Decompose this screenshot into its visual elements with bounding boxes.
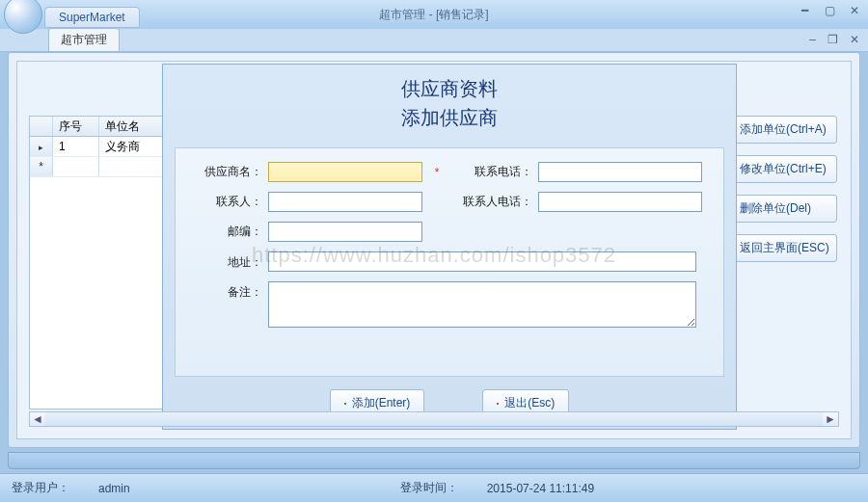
dialog-add-label: 添加(Enter) — [352, 395, 411, 411]
address-input[interactable] — [268, 251, 696, 272]
phone-input[interactable] — [538, 162, 702, 182]
grid-header-serial[interactable]: 序号 — [53, 117, 99, 136]
zip-input[interactable] — [268, 222, 422, 242]
status-time-value: 2015-07-24 11:11:49 — [487, 482, 594, 495]
back-main-label: 返回主界面(ESC) — [740, 240, 829, 256]
title-bar: SuperMarket 超市管理 - [销售记录] ━ ▢ ✕ — [0, 0, 868, 29]
cell-serial: 1 — [53, 137, 99, 156]
ribbon-bottom-bar — [8, 452, 860, 469]
mdi-minimize-icon[interactable]: – — [806, 33, 819, 46]
label-address: 地址： — [185, 251, 268, 271]
supplier-name-input[interactable] — [268, 162, 422, 182]
new-row-indicator-icon — [30, 157, 53, 176]
exit-icon — [497, 403, 499, 405]
grid-header-corner — [30, 117, 53, 136]
table-row-new[interactable] — [30, 157, 163, 177]
status-user-label: 登录用户： — [12, 480, 69, 496]
window-title: 超市管理 - [销售记录] — [379, 7, 488, 23]
mdi-restore-icon[interactable]: ❐ — [825, 33, 841, 46]
label-remark: 备注： — [185, 281, 268, 301]
inner-panel: 序号 单位名 1 义务商 添加单位(Ctrl+A) 修改单位(Ctrl+E) — [16, 61, 852, 439]
grid-header-row: 序号 单位名 — [30, 117, 163, 137]
label-contact: 联系人： — [185, 194, 268, 210]
horizontal-scrollbar[interactable]: ◄ ► — [29, 411, 839, 427]
status-user-value: admin — [98, 482, 130, 495]
grid-header-unit[interactable]: 单位名 — [99, 117, 163, 136]
add-unit-label: 添加单位(Ctrl+A) — [740, 121, 827, 138]
tab-supermarket-mgmt[interactable]: 超市管理 — [48, 28, 120, 51]
status-time-label: 登录时间： — [400, 480, 458, 496]
scroll-left-icon[interactable]: ◄ — [30, 412, 45, 426]
dialog-title: 供应商资料 添加供应商 — [163, 65, 736, 132]
edit-unit-label: 修改单位(Ctrl+E) — [740, 161, 827, 177]
app-tab-supermarket[interactable]: SuperMarket — [44, 7, 140, 28]
maximize-button[interactable]: ▢ — [822, 4, 837, 17]
table-row[interactable]: 1 义务商 — [30, 137, 163, 157]
cell-unit: 义务商 — [99, 137, 163, 156]
close-button[interactable]: ✕ — [847, 4, 862, 17]
add-confirm-icon — [344, 403, 346, 405]
document-tab-strip: 超市管理 – ❐ ✕ — [0, 29, 868, 52]
dialog-title-line2: 添加供应商 — [163, 103, 736, 132]
mdi-close-icon[interactable]: ✕ — [847, 33, 862, 46]
remark-input[interactable] — [268, 281, 696, 328]
contact-input[interactable] — [268, 192, 422, 212]
supplier-grid[interactable]: 序号 单位名 1 义务商 — [29, 116, 164, 410]
status-bar: 登录用户： admin 登录时间： 2015-07-24 11:11:49 — [0, 473, 868, 502]
add-supplier-dialog: 供应商资料 添加供应商 供应商名： * 联系电话： 联系人： 联系人电话： 邮编… — [162, 64, 737, 430]
contact-phone-input[interactable] — [538, 192, 702, 212]
label-phone: 联系电话： — [451, 164, 538, 180]
label-supplier-name: 供应商名： — [185, 164, 268, 180]
label-zip: 邮编： — [185, 224, 268, 240]
supplier-form: 供应商名： * 联系电话： 联系人： 联系人电话： 邮编： 地址： — [175, 147, 724, 377]
content-area: 序号 单位名 1 义务商 添加单位(Ctrl+A) 修改单位(Ctrl+E) — [8, 52, 860, 448]
row-indicator-icon — [30, 137, 53, 156]
minimize-button[interactable]: ━ — [797, 4, 812, 17]
scroll-right-icon[interactable]: ► — [823, 412, 838, 426]
required-mark: * — [422, 166, 451, 179]
label-contact-phone: 联系人电话： — [451, 194, 538, 210]
dialog-exit-label: 退出(Esc) — [504, 395, 555, 411]
dialog-title-line1: 供应商资料 — [163, 74, 736, 103]
delete-unit-label: 删除单位(Del) — [740, 200, 811, 217]
